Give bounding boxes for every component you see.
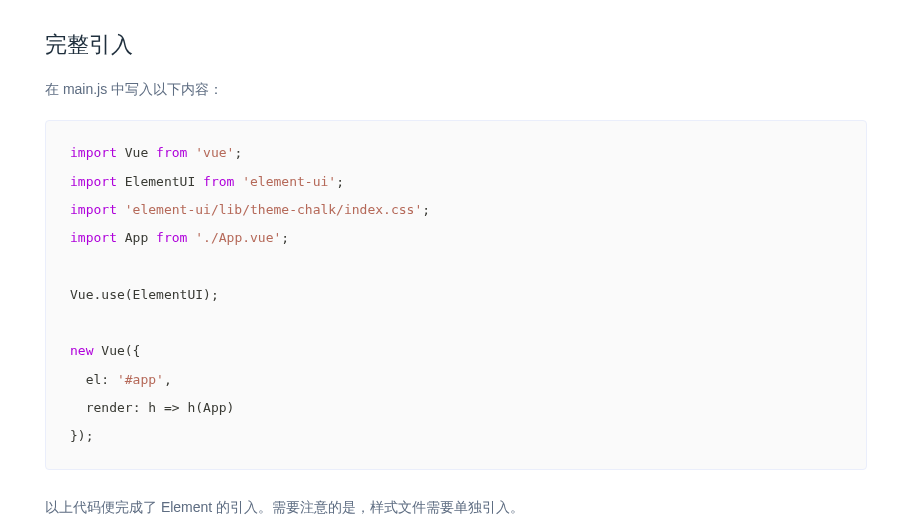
code-token (117, 145, 125, 160)
code-token: import (70, 145, 117, 160)
code-token: App (125, 230, 148, 245)
code-token (117, 202, 125, 217)
footer-note: 以上代码便完成了 Element 的引入。需要注意的是，样式文件需要单独引入。 (45, 496, 867, 518)
code-token: ({ (125, 343, 141, 358)
code-token: './App.vue' (195, 230, 281, 245)
code-token: '#app' (117, 372, 164, 387)
code-token: import (70, 202, 117, 217)
code-token: new (70, 343, 93, 358)
code-token (195, 174, 203, 189)
code-token (117, 174, 125, 189)
code-token: : h => (133, 400, 188, 415)
code-token: from (203, 174, 234, 189)
code-token: 'vue' (195, 145, 234, 160)
code-token: }); (70, 428, 93, 443)
code-token: 'element-ui/lib/theme-chalk/index.css' (125, 202, 422, 217)
code-token: 'element-ui' (242, 174, 336, 189)
code-token: ; (234, 145, 242, 160)
code-token: from (156, 145, 187, 160)
code-token: Vue (70, 287, 93, 302)
code-token: from (156, 230, 187, 245)
code-token (117, 230, 125, 245)
code-token: (ElementUI); (125, 287, 219, 302)
code-token: (App) (195, 400, 234, 415)
code-token: use (101, 287, 124, 302)
code-token (70, 372, 86, 387)
code-block: import Vue from 'vue'; import ElementUI … (45, 120, 867, 469)
code-token (148, 145, 156, 160)
code-token: el (86, 372, 102, 387)
section-heading: 完整引入 (45, 30, 867, 60)
code-token: ; (422, 202, 430, 217)
code-token: ; (336, 174, 344, 189)
code-token: ; (281, 230, 289, 245)
code-content: import Vue from 'vue'; import ElementUI … (70, 145, 430, 443)
code-token (70, 400, 86, 415)
code-token: render (86, 400, 133, 415)
code-token: import (70, 230, 117, 245)
code-token: Vue (125, 145, 148, 160)
code-token (148, 230, 156, 245)
code-token: : (101, 372, 117, 387)
code-token: , (164, 372, 172, 387)
code-token: import (70, 174, 117, 189)
code-token: ElementUI (125, 174, 195, 189)
section-description: 在 main.js 中写入以下内容： (45, 78, 867, 100)
code-token: Vue (101, 343, 124, 358)
